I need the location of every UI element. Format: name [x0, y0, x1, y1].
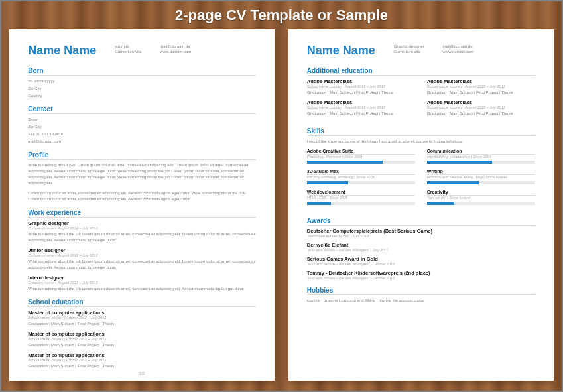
hobbies-title: Hobbies — [307, 287, 535, 295]
work-role: Intern designer — [28, 275, 256, 281]
school-entry: Master of computer applications School n… — [28, 310, 256, 327]
header-email: mail@domain.de — [443, 44, 474, 49]
header-cv-label: Curriculum vita — [394, 49, 424, 54]
page-banner-title: 2-page CV Template or Sample — [1, 7, 562, 24]
cv-page-1: Name Name your job Curriculum vita mail@… — [9, 29, 275, 381]
school-grad: Graduation : Main Subject | Final Projec… — [28, 321, 256, 327]
school-grad: Graduation : Main Subject | Final Projec… — [28, 363, 256, 369]
header-email: mail@domain.de — [160, 44, 191, 49]
school-meta: School name, country | August 2012 – Jul… — [28, 337, 256, 341]
work-desc: Write something about the job Lorem ipsu… — [28, 259, 256, 271]
section-skills: Skills I would like show you some of the… — [307, 127, 535, 210]
school-title: School education — [28, 298, 256, 307]
skill-entry: Adobe Creative Suite Photoshop, Premiere… — [307, 149, 415, 164]
addedu-entry: Adobe Masterclass School name, country |… — [427, 78, 535, 96]
addedu-name: Adobe Masterclass — [307, 99, 415, 105]
school-meta: School name, country | August 2012 – Jul… — [28, 316, 256, 320]
work-meta: Company name – August 2012 – July 2013 — [28, 226, 256, 230]
skill-name: Webdevelopment — [307, 190, 415, 196]
section-profile: Profile Write something about you! Lorem… — [28, 151, 256, 202]
work-meta: Company name – August 2012 – July 2013 — [28, 281, 256, 285]
header-cv-label: Curriculum vita — [115, 49, 141, 54]
header-site: www.domain.com — [160, 49, 191, 54]
addedu-entry: Adobe Masterclass School name, country |… — [307, 99, 415, 117]
contact-line-0: Street — [28, 117, 256, 123]
person-name: Name Name — [307, 44, 375, 58]
school-entry: Master of computer applications School n… — [28, 352, 256, 369]
contact-title: Contact — [28, 105, 256, 114]
skill-bar — [307, 202, 415, 205]
section-contact: Contact Street Zip City +11 (0) 111 1234… — [28, 105, 256, 145]
skill-entry: 3D Studio Max low poly modeling, renderi… — [307, 169, 415, 184]
skill-name: Communication — [427, 149, 535, 155]
skill-entry: Webdevelopment HTML, CSS | Since 2008 — [307, 190, 415, 205]
addedu-entry: Adobe Masterclass School name, country |… — [427, 99, 535, 117]
skill-meta: teambuilding, collaboration | Since 2006 — [427, 155, 535, 159]
born-title: Born — [28, 67, 256, 76]
skill-name: 3D Studio Max — [307, 169, 415, 175]
contact-line-2: +11 (0) 111 123456 — [28, 131, 256, 137]
award-name: Deutscher Computerspielepreis (Best Seri… — [307, 228, 535, 234]
award-name: Serious Games Award in Gold — [307, 256, 535, 262]
section-awards: Awards Deutscher Computerspielepreis (Be… — [307, 217, 535, 280]
award-entry: Serious Games Award in Gold “Willi wills… — [307, 256, 535, 266]
skill-entry: Communication teambuilding, collaboratio… — [427, 149, 535, 164]
skill-bar — [427, 181, 535, 184]
section-additional-education: Additional education Adobe Masterclass S… — [307, 67, 535, 121]
skill-bar — [427, 202, 535, 205]
skill-meta: “Yes we do” | Since forever — [427, 196, 535, 200]
work-role: Junior designer — [28, 247, 256, 253]
award-meta: “Willi wills wissen – Bei den Wikingern”… — [307, 262, 535, 266]
header-site: www.domain.com — [443, 49, 474, 54]
skill-entry: Creativity “Yes we do” | Since forever — [427, 190, 535, 205]
header-job: Graphic designer — [394, 44, 424, 49]
addedu-meta: School name, country | August 2012 – Jul… — [307, 105, 415, 109]
skills-cols: Adobe Creative Suite Photoshop, Premiere… — [307, 149, 535, 210]
addedu-cols: Adobe Masterclass School name, country |… — [307, 78, 535, 121]
born-line-1: Zip City — [28, 86, 256, 92]
page1-header: Name Name your job Curriculum vita mail@… — [28, 44, 256, 58]
section-work: Work experience Graphic designer Company… — [28, 209, 256, 292]
addedu-meta: School name, country | August 2012 – Jul… — [307, 84, 415, 88]
work-meta: Company name – August 2012 – July 2013 — [28, 253, 256, 257]
page-number: 1/2 — [9, 371, 275, 375]
addedu-grad: Graduation | Main Subject | Final Projec… — [427, 111, 535, 117]
awards-title: Awards — [307, 217, 535, 226]
header-job: your job — [115, 44, 141, 49]
skill-bar — [307, 161, 415, 164]
contact-line-3: mail@domain.com — [28, 139, 256, 145]
award-name: Tommy - Deutscher Kindersoftwarepreis (2… — [307, 270, 535, 276]
profile-p1: Write something about you! Lorem ipsum d… — [28, 163, 256, 186]
contact-line-1: Zip City — [28, 124, 256, 130]
addedu-title: Additional education — [307, 67, 535, 76]
school-name: Master of computer applications — [28, 331, 256, 337]
addedu-meta: School name, country | August 2012 – Jul… — [427, 105, 535, 109]
skill-meta: HTML, CSS | Since 2008 — [307, 196, 415, 200]
born-line-0: do. month yyyy — [28, 78, 256, 84]
award-meta: “Menschen auf der Flucht” | April 2013 — [307, 234, 535, 238]
pages-container: Name Name your job Curriculum vita mail@… — [1, 1, 562, 391]
addedu-grad: Graduation | Main Subject | Final Projec… — [307, 90, 415, 96]
work-entry: Graphic designer Company name – August 2… — [28, 220, 256, 243]
addedu-name: Adobe Masterclass — [307, 78, 415, 84]
work-entry: Intern designer Company name – August 20… — [28, 275, 256, 292]
school-name: Master of computer applications — [28, 310, 256, 316]
award-meta: “Willi wills wissen – Bei den Wikingern”… — [307, 276, 535, 280]
work-desc: Write something about the job Lorem ipsu… — [28, 286, 256, 292]
header-col-contact: mail@domain.de www.domain.com — [443, 44, 474, 55]
skill-bar — [307, 181, 415, 184]
page2-header: Name Name Graphic designer Curriculum vi… — [307, 44, 535, 58]
school-name: Master of computer applications — [28, 352, 256, 358]
addedu-meta: School name, country | August 2012 – Jul… — [427, 84, 535, 88]
work-role: Graphic designer — [28, 220, 256, 226]
skill-entry: Writing technical and creative writing, … — [427, 169, 535, 184]
skills-title: Skills — [307, 127, 535, 136]
skills-intro: I would like show you some of the things… — [307, 139, 535, 145]
award-name: Der weiße Elefant — [307, 242, 535, 248]
header-col-job: your job Curriculum vita — [115, 44, 141, 55]
work-desc: Write something about the job Lorem ipsu… — [28, 231, 256, 243]
skill-meta: technical and creative writing, blog | S… — [427, 175, 535, 179]
profile-p2: Lorem ipsum dolor sit amet, consectetuer… — [28, 190, 256, 202]
person-name: Name Name — [28, 44, 96, 58]
skill-name: Creativity — [427, 190, 535, 196]
